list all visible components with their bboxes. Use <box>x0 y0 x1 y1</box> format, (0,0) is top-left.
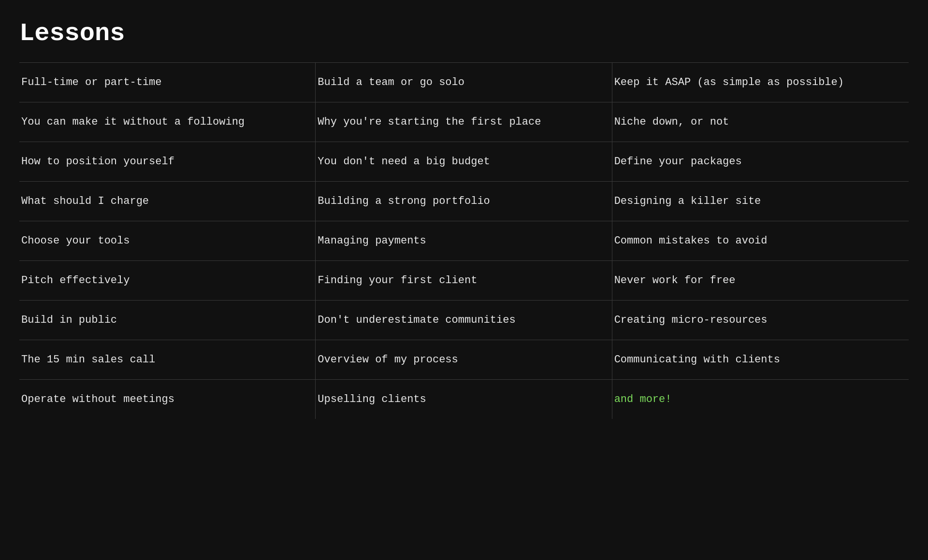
lessons-grid: Full-time or part-timeBuild a team or go… <box>19 62 909 419</box>
lesson-item[interactable]: You don't need a big budget <box>316 142 612 181</box>
lesson-item[interactable]: Define your packages <box>612 142 909 181</box>
lesson-item[interactable]: Operate without meetings <box>19 379 316 419</box>
lesson-item[interactable]: Niche down, or not <box>612 102 909 142</box>
lesson-item[interactable]: and more! <box>612 379 909 419</box>
page-container: Lessons Full-time or part-timeBuild a te… <box>19 19 909 419</box>
lesson-item[interactable]: Communicating with clients <box>612 340 909 379</box>
lesson-item[interactable]: You can make it without a following <box>19 102 316 142</box>
lesson-item[interactable]: Full-time or part-time <box>19 62 316 102</box>
lesson-item[interactable]: Common mistakes to avoid <box>612 221 909 260</box>
lesson-item[interactable]: Never work for free <box>612 260 909 300</box>
lesson-item[interactable]: Overview of my process <box>316 340 612 379</box>
lesson-item[interactable]: Creating micro-resources <box>612 300 909 340</box>
lesson-item[interactable]: What should I charge <box>19 181 316 221</box>
lesson-item[interactable]: Pitch effectively <box>19 260 316 300</box>
lesson-item[interactable]: Building a strong portfolio <box>316 181 612 221</box>
lesson-item[interactable]: Managing payments <box>316 221 612 260</box>
lesson-item[interactable]: Why you're starting the first place <box>316 102 612 142</box>
page-title: Lessons <box>19 19 909 48</box>
lesson-item[interactable]: Finding your first client <box>316 260 612 300</box>
lesson-item[interactable]: Designing a killer site <box>612 181 909 221</box>
lesson-item[interactable]: Don't underestimate communities <box>316 300 612 340</box>
lesson-item[interactable]: Keep it ASAP (as simple as possible) <box>612 62 909 102</box>
lesson-item[interactable]: The 15 min sales call <box>19 340 316 379</box>
lesson-item[interactable]: Choose your tools <box>19 221 316 260</box>
lesson-item[interactable]: Upselling clients <box>316 379 612 419</box>
lesson-item[interactable]: Build a team or go solo <box>316 62 612 102</box>
lesson-item[interactable]: Build in public <box>19 300 316 340</box>
lesson-item[interactable]: How to position yourself <box>19 142 316 181</box>
